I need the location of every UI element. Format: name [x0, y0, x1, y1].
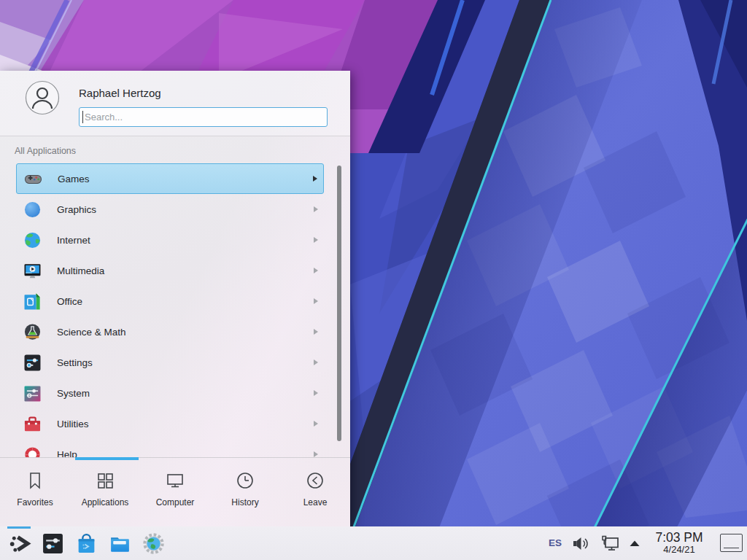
text-caret	[82, 111, 83, 123]
category-internet[interactable]: Internet	[16, 225, 324, 255]
category-utilities[interactable]: Utilities	[16, 408, 324, 439]
discover-button[interactable]	[73, 526, 99, 560]
tab-history[interactable]: History	[210, 458, 280, 526]
category-list: Games Graphics Internet	[0, 163, 350, 457]
lifebuoy-icon	[23, 445, 42, 458]
scrollbar-thumb[interactable]	[337, 166, 341, 441]
section-label: All Applications	[15, 146, 76, 156]
system-settings-button[interactable]	[39, 526, 66, 560]
active-task-indicator	[7, 526, 31, 529]
submenu-arrow-icon	[314, 206, 318, 212]
active-tab-indicator	[75, 457, 139, 460]
submenu-arrow-icon	[314, 390, 318, 396]
sliders-color-icon	[23, 384, 42, 403]
clock-icon	[235, 470, 255, 491]
clock-date: 4/24/21	[650, 545, 708, 555]
web-browser-button[interactable]	[140, 526, 166, 560]
clock-time: 7:03 PM	[650, 531, 708, 545]
category-system[interactable]: System	[16, 378, 324, 408]
submenu-arrow-icon	[314, 268, 318, 273]
expand-tray-caret-icon[interactable]	[629, 539, 640, 548]
submenu-arrow-icon	[314, 359, 318, 365]
tab-applications[interactable]: Applications	[70, 458, 140, 526]
sphere-icon	[23, 200, 42, 219]
category-science-math[interactable]: Science & Math	[16, 316, 324, 347]
volume-icon[interactable]	[571, 534, 590, 553]
category-games[interactable]: Games	[16, 163, 324, 194]
kickoff-launcher-icon	[7, 532, 31, 556]
category-graphics[interactable]: Graphics	[16, 194, 324, 225]
application-launcher-panel: Raphael Hertzog All Applications Games G…	[0, 71, 350, 526]
leave-icon	[305, 470, 325, 491]
globe-icon	[23, 230, 42, 250]
submenu-arrow-icon	[314, 451, 318, 457]
submenu-arrow-icon	[313, 176, 317, 182]
document-icon	[23, 292, 42, 311]
grid-icon	[95, 470, 115, 491]
show-desktop-button[interactable]	[720, 534, 743, 552]
submenu-arrow-icon	[314, 329, 318, 335]
monitor-play-icon	[23, 261, 42, 281]
flask-icon	[23, 322, 42, 342]
submenu-arrow-icon	[314, 298, 318, 304]
tab-favorites[interactable]: Favorites	[0, 458, 70, 526]
search-input[interactable]	[79, 107, 328, 127]
user-avatar-icon[interactable]	[25, 80, 60, 115]
category-help[interactable]: Help	[16, 439, 324, 457]
folder-icon	[108, 532, 132, 556]
gamepad-icon	[23, 169, 43, 189]
submenu-arrow-icon	[314, 421, 318, 427]
user-name: Raphael Hertzog	[79, 87, 161, 99]
launcher-tab-bar: Favorites Applications Computer	[0, 457, 350, 526]
bookmark-icon	[25, 470, 45, 491]
system-settings-icon	[41, 532, 65, 556]
sliders-dark-icon	[23, 353, 42, 373]
category-multimedia[interactable]: Multimedia	[16, 255, 324, 286]
tab-computer[interactable]: Computer	[140, 458, 210, 526]
launcher-header: Raphael Hertzog	[0, 71, 350, 136]
browser-globe-icon	[142, 532, 166, 556]
keyboard-layout-indicator[interactable]: ES	[549, 537, 562, 548]
application-launcher-button[interactable]	[6, 526, 32, 560]
category-settings[interactable]: Settings	[16, 347, 324, 378]
discover-icon	[74, 532, 98, 556]
system-tray: ES 7:03 PM 4/24/21	[549, 531, 743, 556]
toolbox-icon	[23, 414, 42, 434]
file-manager-button[interactable]	[107, 526, 133, 560]
network-icon[interactable]	[600, 534, 619, 553]
taskbar: ES 7:03 PM 4/24/21	[0, 526, 747, 560]
submenu-arrow-icon	[314, 237, 318, 243]
category-office[interactable]: Office	[16, 286, 324, 316]
computer-icon	[165, 470, 185, 491]
digital-clock[interactable]: 7:03 PM 4/24/21	[650, 531, 708, 556]
tab-leave[interactable]: Leave	[280, 458, 350, 526]
